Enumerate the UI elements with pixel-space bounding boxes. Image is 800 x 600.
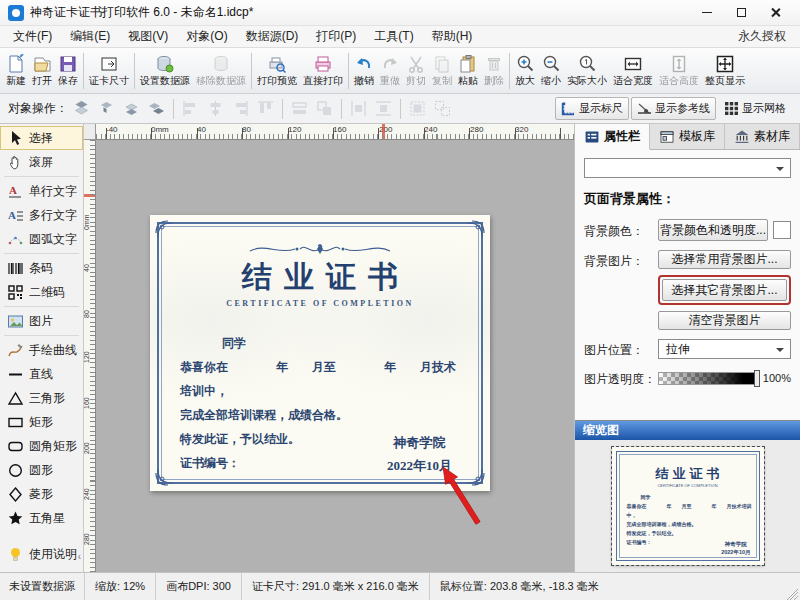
tool-rectangle[interactable]: 矩形 xyxy=(0,410,83,434)
menu-object[interactable]: 对象(O) xyxy=(177,26,236,47)
tab-properties[interactable]: 属性栏 xyxy=(575,124,650,150)
equal-h-spacing-button[interactable] xyxy=(347,97,370,120)
opacity-slider-handle[interactable] xyxy=(754,370,760,387)
tool-rounded-rectangle[interactable]: 圆角矩形 xyxy=(0,434,83,458)
align-left-button[interactable] xyxy=(179,97,202,120)
align-right-button[interactable] xyxy=(229,97,252,120)
same-size-button[interactable] xyxy=(313,97,336,120)
show-grid-toggle[interactable]: 显示网格 xyxy=(718,97,792,120)
zoom-out-button[interactable]: 缩小 xyxy=(538,50,564,92)
objectbar-separator xyxy=(282,99,283,119)
choose-common-bg-button[interactable]: 选择常用背景图片... xyxy=(658,250,791,269)
tool-freehand-curve[interactable]: 手绘曲线 xyxy=(0,338,83,362)
tool-circle[interactable]: 圆形 xyxy=(0,458,83,482)
image-position-select[interactable]: 拉伸 xyxy=(658,339,791,359)
tool-triangle[interactable]: 三角形 xyxy=(0,386,83,410)
send-to-back-button[interactable] xyxy=(145,97,168,120)
menu-edit[interactable]: 编辑(E) xyxy=(61,26,119,47)
tool-line[interactable]: 直线 xyxy=(0,362,83,386)
bring-forward-button[interactable] xyxy=(95,97,118,120)
align-top-button[interactable] xyxy=(254,97,277,120)
menu-view[interactable]: 视图(V) xyxy=(119,26,177,47)
equal-v-spacing-button[interactable] xyxy=(372,97,395,120)
tool-barcode[interactable]: 条码 xyxy=(0,256,83,280)
tool-multi-line-text[interactable]: A 多行文字 xyxy=(0,203,83,227)
save-button[interactable]: 保存 xyxy=(55,50,81,92)
fit-height-button[interactable]: 适合高度 xyxy=(656,50,702,92)
tool-qrcode[interactable]: 二维码 xyxy=(0,280,83,304)
undo-button[interactable]: 撤销 xyxy=(351,50,377,92)
minimize-button[interactable] xyxy=(690,2,724,24)
show-ruler-label: 显示标尺 xyxy=(579,101,623,116)
menu-tools[interactable]: 工具(T) xyxy=(365,26,422,47)
tool-arc-text[interactable]: 圆弧文字 xyxy=(0,227,83,251)
menu-print[interactable]: 打印(P) xyxy=(307,26,365,47)
properties-content: 页面背景属性： 背景颜色： 背景颜色和透明度... 背景图片： 选择常用背景图片… xyxy=(575,150,800,420)
bring-to-front-button[interactable] xyxy=(70,97,93,120)
print-preview-button-label: 打印预览 xyxy=(257,74,297,88)
bg-color-swatch[interactable] xyxy=(773,221,791,239)
align-center-button[interactable] xyxy=(204,97,227,120)
sidebar-separator xyxy=(4,306,79,307)
bring-to-front-icon xyxy=(73,100,90,117)
ungroup-button[interactable] xyxy=(431,97,454,120)
tool-image[interactable]: 图片 xyxy=(0,309,83,333)
choose-other-bg-button[interactable]: 选择其它背景图片... xyxy=(662,279,787,301)
group-button[interactable] xyxy=(406,97,429,120)
object-selector-combo[interactable] xyxy=(584,158,791,178)
menu-file[interactable]: 文件(F) xyxy=(4,26,61,47)
resize-grip[interactable] xyxy=(786,588,798,600)
tab-material-library[interactable]: 素材库 xyxy=(725,124,800,149)
delete-button[interactable]: 删除 xyxy=(481,50,507,92)
redo-button[interactable]: 重做 xyxy=(377,50,403,92)
sidebar-collapse-chevron[interactable]: ‹ xyxy=(78,551,81,562)
multi-text-icon: A xyxy=(7,207,24,224)
bg-color-label: 背景颜色： xyxy=(584,220,658,240)
paste-button[interactable]: 粘贴 xyxy=(455,50,481,92)
image-opacity-slider[interactable] xyxy=(658,372,759,385)
fit-width-button[interactable]: 适合宽度 xyxy=(610,50,656,92)
help-button[interactable]: 使用说明 xyxy=(0,542,83,566)
properties-panel: 属性栏 模板库 素材库 页面背景属性： 背景颜色： 背景颜色和透明度... 背景… xyxy=(574,124,800,572)
rounded-rectangle-icon xyxy=(7,438,24,455)
same-width-button[interactable] xyxy=(288,97,311,120)
status-datasource-label: 未设置数据源 xyxy=(9,579,75,594)
direct-print-button[interactable]: 直接打印 xyxy=(300,50,346,92)
certificate-page[interactable]: 结业证书 CERTIFICATE OF COMPLETION 同学 恭喜你在 年… xyxy=(150,215,490,491)
vertical-ruler: 0mm 40 80 120 160 200 240 280 xyxy=(84,140,96,572)
card-size-button[interactable]: 证卡尺寸 xyxy=(86,50,132,92)
show-guides-toggle[interactable]: 显示参考线 xyxy=(631,97,716,120)
design-canvas[interactable]: 结业证书 CERTIFICATE OF COMPLETION 同学 恭喜你在 年… xyxy=(96,140,574,572)
print-preview-button[interactable]: 打印预览 xyxy=(254,50,300,92)
tool-select[interactable]: 选择 xyxy=(0,126,83,150)
tab-template-library[interactable]: 模板库 xyxy=(650,124,725,149)
show-ruler-toggle[interactable]: 显示标尺 xyxy=(555,97,629,120)
menu-datasource[interactable]: 数据源(D) xyxy=(237,26,308,47)
bg-color-button[interactable]: 背景颜色和透明度... xyxy=(658,219,768,241)
thumbnail-certificate[interactable]: 结业证书 CERTIFICATE OF COMPLETION 同学 恭喜你在 年… xyxy=(612,447,764,565)
show-guides-label: 显示参考线 xyxy=(655,101,710,116)
tool-star[interactable]: 五角星 xyxy=(0,506,83,530)
image-opacity-label: 图片透明度： xyxy=(584,368,658,388)
hruler-label: -40 xyxy=(106,125,118,134)
send-backward-button[interactable] xyxy=(120,97,143,120)
tool-pan[interactable]: 滚屏 xyxy=(0,150,83,174)
tool-diamond[interactable]: 菱形 xyxy=(0,482,83,506)
open-button[interactable]: 打开 xyxy=(29,50,55,92)
cut-button[interactable]: 剪切 xyxy=(403,50,429,92)
new-button[interactable]: 新建 xyxy=(3,50,29,92)
clear-bg-button[interactable]: 清空背景图片 xyxy=(658,311,791,330)
tool-qrcode-label: 二维码 xyxy=(29,284,65,301)
actual-size-button[interactable]: 实际大小 xyxy=(564,50,610,92)
remove-datasource-button[interactable]: 移除数据源 xyxy=(193,50,249,92)
copy-button[interactable]: 复制 xyxy=(429,50,455,92)
actual-size-icon xyxy=(577,54,597,74)
menu-help[interactable]: 帮助(H) xyxy=(423,26,482,47)
set-datasource-button[interactable]: 设置数据源 xyxy=(137,50,193,92)
zoom-in-button[interactable]: 放大 xyxy=(512,50,538,92)
fit-page-button[interactable]: 整页显示 xyxy=(702,50,748,92)
guides-icon xyxy=(637,101,652,116)
tool-single-line-text[interactable]: A 单行文字 xyxy=(0,179,83,203)
maximize-button[interactable] xyxy=(724,2,758,24)
close-button[interactable] xyxy=(758,2,792,24)
